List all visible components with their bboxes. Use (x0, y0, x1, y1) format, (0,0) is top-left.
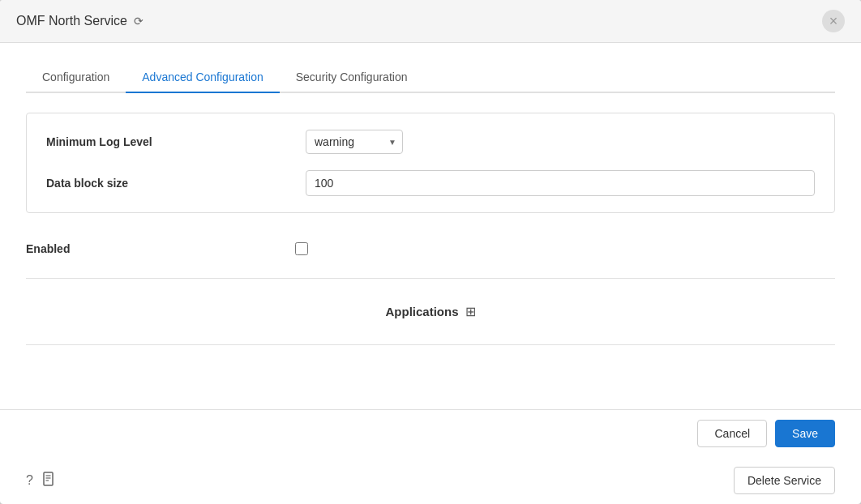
modal-container: OMF North Service ⟳ × Configuration Adva… (0, 0, 861, 504)
enabled-checkbox[interactable] (295, 242, 308, 255)
min-log-level-row: Minimum Log Level debug info warning err… (46, 130, 815, 154)
tab-configuration[interactable]: Configuration (26, 62, 126, 93)
min-log-level-control: debug info warning error critical ▼ (306, 130, 815, 154)
data-block-size-row: Data block size (46, 170, 815, 196)
enabled-label: Enabled (26, 242, 285, 255)
data-block-size-input[interactable] (306, 170, 815, 196)
modal-bottom-bar: ? Delete Service (0, 457, 861, 504)
config-section: Minimum Log Level debug info warning err… (26, 113, 835, 213)
modal-footer: Cancel Save (0, 409, 861, 457)
tab-bar: Configuration Advanced Configuration Sec… (26, 62, 835, 93)
bottom-left-icons: ? (26, 472, 56, 489)
applications-section: Applications ⊞ (26, 292, 835, 331)
modal-title: OMF North Service (16, 14, 127, 28)
close-button[interactable]: × (822, 10, 845, 32)
cancel-button[interactable]: Cancel (697, 420, 767, 447)
tab-advanced-configuration[interactable]: Advanced Configuration (126, 62, 279, 93)
min-log-level-label: Minimum Log Level (46, 135, 306, 148)
document-icon[interactable] (43, 472, 56, 489)
tab-security-configuration[interactable]: Security Configuration (280, 62, 424, 93)
refresh-icon[interactable]: ⟳ (134, 15, 144, 28)
help-icon[interactable]: ? (26, 473, 33, 488)
svg-rect-0 (44, 472, 53, 485)
divider-1 (26, 278, 835, 279)
applications-title: Applications (385, 305, 458, 318)
enabled-section: Enabled (26, 233, 835, 265)
min-log-level-select-wrapper: debug info warning error critical ▼ (306, 130, 403, 154)
modal-body: Configuration Advanced Configuration Sec… (0, 43, 861, 409)
save-button[interactable]: Save (775, 420, 835, 447)
min-log-level-select[interactable]: debug info warning error critical (306, 130, 403, 154)
data-block-size-label: Data block size (46, 177, 306, 190)
divider-2 (26, 344, 835, 345)
modal-header-left: OMF North Service ⟳ (16, 14, 144, 28)
modal-header: OMF North Service ⟳ × (0, 0, 861, 43)
add-application-icon[interactable]: ⊞ (465, 305, 476, 318)
data-block-size-control (306, 170, 815, 196)
delete-service-button[interactable]: Delete Service (734, 467, 835, 494)
